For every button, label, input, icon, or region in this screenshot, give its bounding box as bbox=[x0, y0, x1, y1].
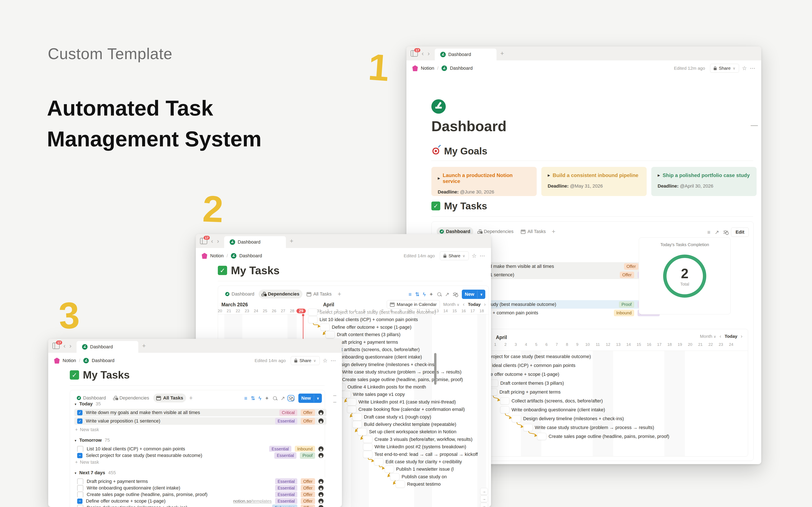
tab-dashboard[interactable]: Dashboard bbox=[224, 236, 286, 248]
timeline-task[interactable]: Write onboarding questionnaire (client i… bbox=[500, 406, 605, 413]
goal-card[interactable]: ▶Launch a productized Notion serviceDead… bbox=[432, 167, 537, 196]
task-bar[interactable] bbox=[500, 397, 509, 404]
chevron-left-icon[interactable]: ‹ bbox=[211, 238, 213, 244]
filter-icon[interactable]: ≡ bbox=[706, 229, 712, 235]
task-bar[interactable] bbox=[385, 466, 394, 473]
add-view-icon[interactable]: + bbox=[550, 228, 557, 235]
chevron-right-icon[interactable]: › bbox=[427, 50, 430, 57]
add-view-icon[interactable]: + bbox=[187, 394, 195, 402]
task-link[interactable]: notion.so/templates bbox=[233, 499, 272, 504]
checkbox-checked-icon[interactable]: ✓ bbox=[77, 418, 83, 424]
new-tab-icon[interactable]: + bbox=[288, 237, 295, 245]
goal-card[interactable]: ▶Ship a polished portfolio case studyDea… bbox=[651, 167, 757, 196]
breadcrumb-workspace[interactable]: Notion bbox=[63, 358, 76, 363]
timeline-task[interactable]: Draft content themes (3 pillars) bbox=[489, 380, 564, 387]
timeline-task[interactable]: List 10 ideal clients (ICP) + common pai… bbox=[308, 316, 418, 323]
view-tab-dependencies[interactable]: Dependencies bbox=[110, 394, 152, 402]
task-bar[interactable] bbox=[353, 421, 362, 428]
task-bar[interactable] bbox=[347, 398, 356, 406]
assignee-avatar[interactable] bbox=[318, 505, 323, 507]
breadcrumb-page[interactable]: Dashboard bbox=[450, 65, 473, 71]
toggle-icon[interactable]: ▶ bbox=[438, 176, 440, 180]
view-tab-dashboard[interactable]: Dashboard bbox=[222, 290, 257, 298]
view-tab-all-tasks[interactable]: All Tasks bbox=[153, 394, 186, 402]
triangle-down-icon[interactable]: ▾ bbox=[74, 402, 77, 406]
view-tab-all-tasks[interactable]: All Tasks bbox=[304, 290, 335, 298]
view-tab-dependencies[interactable]: Dependencies bbox=[259, 290, 302, 298]
share-button[interactable]: Share∨ bbox=[710, 64, 739, 73]
add-view-icon[interactable]: + bbox=[336, 290, 343, 298]
timeline-task[interactable]: Outline 4 LinkedIn posts for the month bbox=[336, 383, 426, 391]
timeline-task[interactable]: Collect artifacts (screens, docs, before… bbox=[500, 397, 603, 404]
new-tab-icon[interactable]: + bbox=[140, 342, 148, 349]
assignee-avatar[interactable] bbox=[318, 499, 323, 504]
sidebar-toggle-icon[interactable]: 17 bbox=[52, 343, 60, 349]
list-item[interactable]: ✓Write down my goals and make them visib… bbox=[74, 409, 326, 416]
sort-icon[interactable]: ⇅ bbox=[249, 395, 257, 401]
timeline-task[interactable]: Draft case study v1 (rough copy) bbox=[353, 413, 431, 420]
timeline-task[interactable]: Publish case study on bbox=[390, 473, 447, 481]
toggle-icon[interactable]: ▶ bbox=[548, 173, 550, 177]
breadcrumb-workspace[interactable]: Notion bbox=[210, 253, 224, 259]
timeline-task[interactable]: Set up client workspace skeleton in Noti… bbox=[358, 428, 456, 435]
toggle-icon[interactable]: ▶ bbox=[658, 173, 660, 177]
share-button[interactable]: Share∨ bbox=[440, 251, 469, 260]
scrollbar[interactable] bbox=[434, 353, 437, 385]
expand-icon[interactable]: ↗ bbox=[279, 395, 287, 401]
dependency-arrow-chip[interactable]: → bbox=[480, 488, 488, 495]
checkbox-indeterminate-icon[interactable]: – bbox=[77, 453, 83, 458]
task-bar[interactable] bbox=[308, 308, 317, 316]
wand-icon[interactable]: ✦ bbox=[263, 395, 271, 401]
search-icon[interactable] bbox=[273, 396, 277, 400]
assignee-avatar[interactable] bbox=[318, 486, 323, 491]
sliders-icon[interactable] bbox=[723, 230, 728, 234]
view-tab-all-tasks[interactable]: All Tasks bbox=[518, 227, 549, 236]
edit-button[interactable]: Edit bbox=[731, 228, 749, 237]
task-bar[interactable] bbox=[523, 424, 532, 431]
more-options-icon[interactable]: ⋯ bbox=[331, 357, 336, 364]
timeline-task[interactable]: Write case study structure (problem → pr… bbox=[523, 424, 654, 431]
tab-dashboard[interactable]: Dashboard bbox=[77, 341, 138, 353]
favorite-star-icon[interactable]: ☆ bbox=[472, 252, 476, 259]
timeline-task[interactable]: Create booking flow (calendar + confirma… bbox=[347, 406, 465, 413]
filter-icon[interactable]: ≡ bbox=[407, 291, 413, 297]
assignee-avatar[interactable] bbox=[318, 479, 323, 484]
list-item[interactable]: ✓Write value proposition (1 sentence)Ess… bbox=[74, 417, 326, 425]
filter-icon[interactable]: ≡ bbox=[243, 395, 249, 401]
today-button[interactable]: Today bbox=[468, 302, 480, 307]
section-header-today[interactable]: ▾Today35 bbox=[74, 401, 101, 407]
dependency-arrow-chip[interactable]: → bbox=[480, 503, 488, 507]
task-bar[interactable] bbox=[396, 481, 405, 488]
chevron-right-icon[interactable]: › bbox=[217, 238, 219, 244]
task-bar[interactable] bbox=[320, 324, 329, 331]
new-task-button[interactable]: +New task bbox=[75, 459, 99, 465]
chevron-left-icon[interactable]: ‹ bbox=[63, 343, 65, 349]
task-bar[interactable] bbox=[363, 443, 372, 450]
checkbox-icon[interactable] bbox=[77, 505, 83, 507]
timeline-task[interactable]: Select project for case study (best meas… bbox=[308, 308, 436, 316]
more-options-icon[interactable]: ⋯ bbox=[750, 65, 755, 72]
section-header-tomorrow[interactable]: ▾Tomorrow75 bbox=[74, 438, 110, 443]
task-bar[interactable] bbox=[374, 458, 384, 465]
new-task-button[interactable]: +New task bbox=[75, 427, 99, 433]
chevron-left-icon[interactable]: ‹ bbox=[463, 302, 465, 307]
manage-in-calendar-button[interactable]: Manage in Calendar bbox=[387, 300, 440, 308]
sidebar-toggle-icon[interactable]: 17 bbox=[200, 238, 207, 244]
today-button[interactable]: Today bbox=[725, 334, 738, 339]
triangle-down-icon[interactable]: ▾ bbox=[74, 471, 77, 475]
assignee-avatar[interactable] bbox=[318, 418, 323, 424]
task-bar[interactable] bbox=[390, 473, 399, 481]
collapse-icon[interactable]: — bbox=[751, 121, 758, 129]
automation-icon[interactable]: ϟ bbox=[257, 395, 263, 401]
goal-card[interactable]: ▶Build a consistent inbound pipelineDead… bbox=[541, 167, 647, 196]
assignee-avatar[interactable] bbox=[318, 410, 323, 415]
drag-handle-icon[interactable]: –– bbox=[333, 392, 336, 405]
assignee-avatar[interactable] bbox=[318, 453, 323, 458]
month-select[interactable]: Month ∨ bbox=[443, 302, 459, 307]
chevron-right-icon[interactable]: › bbox=[69, 343, 71, 349]
search-icon[interactable] bbox=[437, 292, 441, 296]
new-tab-icon[interactable]: + bbox=[499, 50, 506, 57]
timeline-task[interactable]: Write LinkedIn post #2 (systems breakdow… bbox=[363, 443, 466, 450]
more-options-icon[interactable]: ⋯ bbox=[479, 252, 485, 259]
task-bar[interactable] bbox=[512, 415, 521, 422]
